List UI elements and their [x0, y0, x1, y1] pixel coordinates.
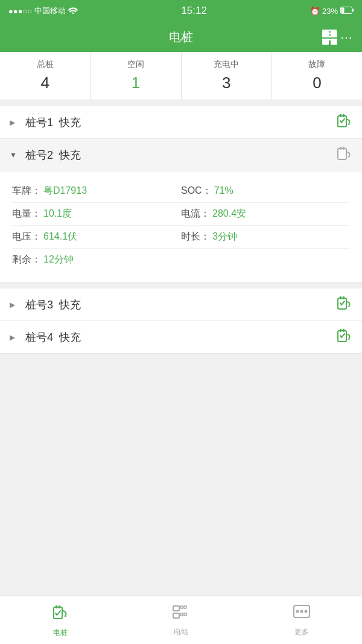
menu-icon[interactable]: ⋯ — [322, 30, 352, 45]
duration-label: 时长： — [181, 231, 210, 241]
summary-charging-label: 充电中 — [182, 59, 272, 70]
pile2-name: 桩号2 快充 — [25, 148, 335, 162]
pile4-status-icon — [335, 327, 352, 348]
signal-dots: ●●●○○ — [8, 7, 32, 16]
tab-pile[interactable]: 电桩 — [0, 596, 121, 644]
pile-tab-icon — [51, 603, 69, 625]
pile-row-1[interactable]: ▶ 桩号1 快充 — [0, 106, 362, 139]
app-header: 电桩 ⋯ — [0, 22, 362, 52]
plate-label: 车牌： — [12, 185, 41, 196]
svg-point-34 — [300, 610, 303, 613]
current-value: 280.4安 — [212, 208, 246, 218]
remaining-label: 剩余： — [12, 254, 41, 264]
pile2-detail-panel: 车牌：粤D17913 SOC：71% 电量：10.1度 电流：280.4安 电压… — [0, 171, 362, 282]
svg-rect-29 — [173, 613, 179, 618]
tab-station[interactable]: 电站 — [121, 596, 241, 644]
pile-row-3[interactable]: ▶ 桩号3 快充 — [0, 289, 362, 321]
battery-label: 23% — [322, 7, 338, 16]
status-left: ●●●○○ 中国移动 — [8, 5, 78, 16]
svg-point-33 — [296, 610, 299, 613]
summary-idle-value: 1 — [91, 74, 180, 92]
tab-more[interactable]: 更多 — [241, 596, 362, 644]
summary-idle: 空闲 1 — [91, 52, 181, 100]
duration-value: 3分钟 — [212, 231, 237, 241]
pile1-name: 桩号1 快充 — [25, 115, 335, 130]
summary-total-label: 总桩 — [0, 59, 90, 70]
svg-rect-8 — [331, 31, 337, 37]
summary-fault-value: 0 — [272, 74, 362, 92]
svg-rect-9 — [322, 39, 329, 45]
pile1-arrow-icon: ▶ — [10, 118, 17, 127]
battery-icon — [340, 7, 354, 16]
summary-total-value: 4 — [0, 74, 90, 92]
tab-more-label: 更多 — [294, 627, 309, 637]
summary-fault-label: 故障 — [272, 59, 362, 70]
section-divider-2 — [0, 282, 362, 289]
svg-rect-22 — [343, 329, 345, 332]
detail-soc: SOC：71% — [181, 185, 350, 197]
bottom-spacer — [0, 354, 362, 390]
detail-row-plate-soc: 车牌：粤D17913 SOC：71% — [12, 180, 350, 203]
summary-fault: 故障 0 — [272, 52, 362, 100]
pile-row-2[interactable]: ▼ 桩号2 快充 — [0, 139, 362, 171]
pile3-status-icon — [335, 295, 352, 315]
detail-row-remaining: 剩余：12分钟 — [12, 249, 350, 271]
alarm-icon: ⏰ — [310, 7, 320, 16]
status-bar: ●●●○○ 中国移动 15:12 ⏰ 23% — [0, 0, 362, 22]
station-tab-icon — [172, 604, 190, 625]
svg-rect-30 — [180, 613, 183, 616]
detail-plate: 车牌：粤D17913 — [12, 185, 181, 197]
elec-label: 电量： — [12, 208, 41, 218]
carrier-label: 中国移动 — [34, 5, 66, 16]
summary-total: 总桩 4 — [0, 52, 91, 100]
pile1-status-icon — [335, 112, 352, 133]
detail-current: 电流：280.4安 — [181, 208, 350, 220]
detail-remaining: 剩余：12分钟 — [12, 253, 181, 266]
detail-row-elec-current: 电量：10.1度 电流：280.4安 — [12, 203, 350, 226]
header-title: 电桩 — [169, 29, 193, 45]
voltage-value: 614.1伏 — [43, 231, 77, 241]
svg-rect-28 — [184, 606, 186, 608]
svg-rect-18 — [340, 296, 341, 299]
svg-rect-12 — [340, 114, 341, 117]
soc-label: SOC： — [181, 185, 212, 196]
summary-charging: 充电中 3 — [182, 52, 272, 100]
svg-rect-13 — [343, 114, 345, 117]
svg-rect-25 — [59, 605, 60, 608]
svg-rect-15 — [340, 147, 341, 150]
svg-rect-24 — [56, 605, 57, 608]
svg-rect-27 — [180, 606, 183, 608]
tab-pile-label: 电桩 — [53, 628, 68, 638]
svg-rect-16 — [343, 147, 345, 150]
status-right: ⏰ 23% — [310, 7, 354, 16]
voltage-label: 电压： — [12, 231, 41, 241]
tab-station-label: 电站 — [174, 627, 188, 637]
summary-charging-value: 3 — [182, 74, 272, 92]
soc-value: 71% — [214, 185, 233, 196]
svg-rect-1 — [341, 7, 345, 13]
summary-bar: 总桩 4 空闲 1 充电中 3 故障 0 — [0, 52, 362, 100]
svg-rect-21 — [340, 329, 341, 332]
pile3-name: 桩号3 快充 — [25, 298, 335, 312]
pile-row-4[interactable]: ▶ 桩号4 快充 — [0, 321, 362, 354]
summary-idle-label: 空闲 — [91, 59, 180, 70]
svg-point-35 — [305, 610, 308, 613]
remaining-value: 12分钟 — [43, 254, 74, 264]
pile4-name: 桩号4 快充 — [25, 330, 335, 345]
svg-rect-31 — [184, 613, 186, 616]
pile-list: ▶ 桩号1 快充 ▼ 桩号2 快充 — [0, 106, 362, 438]
detail-electricity: 电量：10.1度 — [12, 208, 181, 220]
wifi-icon — [68, 7, 78, 16]
detail-duration: 时长：3分钟 — [181, 231, 350, 243]
svg-rect-7 — [322, 31, 329, 37]
svg-rect-2 — [352, 8, 354, 11]
current-label: 电流： — [181, 208, 210, 218]
svg-rect-3 — [322, 30, 337, 31]
pile2-status-icon — [335, 145, 352, 165]
section-divider-1 — [0, 100, 362, 106]
detail-row-voltage-duration: 电压：614.1伏 时长：3分钟 — [12, 226, 350, 249]
svg-rect-26 — [173, 606, 179, 611]
pile3-arrow-icon: ▶ — [10, 301, 17, 309]
detail-voltage: 电压：614.1伏 — [12, 231, 181, 243]
pile4-arrow-icon: ▶ — [10, 333, 17, 342]
